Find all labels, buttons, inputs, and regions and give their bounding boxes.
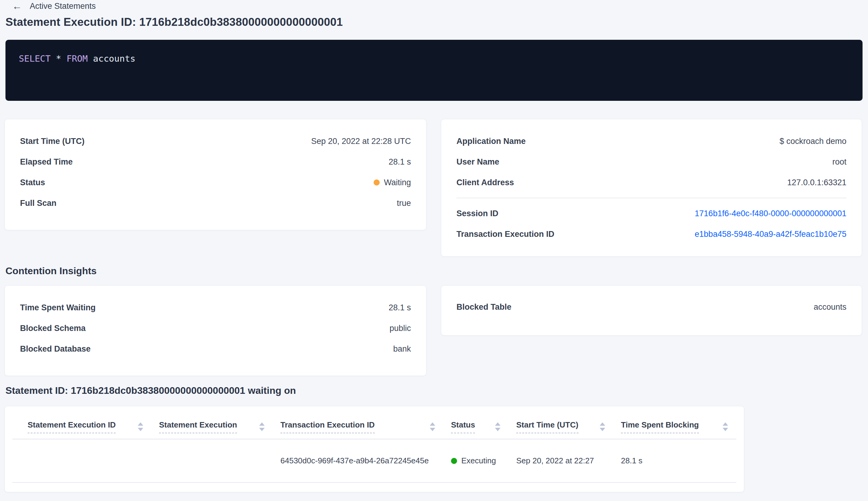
sql-statement-box: SELECT * FROM accounts [6,40,862,101]
elapsed-time-row: Elapsed Time 28.1 s [20,151,411,172]
waiting-on-heading: Statement ID: 1716b218dc0b38380000000000… [6,385,296,396]
full-scan-value: true [397,199,411,208]
status-waiting-dot-icon [373,180,380,185]
blocked-schema-value: public [389,324,411,333]
client-address-row: Client Address 127.0.0.1:63321 [456,172,846,193]
sql-star: * [51,53,66,64]
cell-status: Executing [451,456,516,466]
blocked-database-row: Blocked Database bank [20,339,411,359]
blocked-table-label: Blocked Table [456,302,511,312]
table-row-separator [12,482,736,483]
sql-keyword-from: FROM [66,53,88,64]
blocked-schema-row: Blocked Schema public [20,318,411,339]
sort-icon[interactable] [259,422,265,431]
sort-icon[interactable] [723,422,728,431]
full-scan-label: Full Scan [20,199,56,208]
sql-table-name: accounts [88,53,135,64]
transaction-execution-id-link[interactable]: e1bba458-5948-40a9-a42f-5feac1b10e75 [695,230,846,239]
time-spent-waiting-row: Time Spent Waiting 28.1 s [20,297,411,318]
table-row: 64530d0c-969f-437e-a9b4-26a72245e45e Exe… [5,439,744,482]
waiting-on-table-card: Statement Execution ID Statement Executi… [4,406,744,492]
cell-time-spent-blocking: 28.1 s [621,456,744,466]
statement-overview-card: Start Time (UTC) Sep 20, 2022 at 22:28 U… [4,119,426,230]
blocked-database-value: bank [393,344,411,354]
time-spent-waiting-label: Time Spent Waiting [20,303,96,312]
column-header-status[interactable]: Status [451,420,516,433]
client-address-label: Client Address [456,178,514,187]
column-header-start-time[interactable]: Start Time (UTC) [516,420,621,433]
contention-details-card: Time Spent Waiting 28.1 s Blocked Schema… [4,285,426,376]
column-header-statement-execution[interactable]: Statement Execution [159,420,280,433]
card-divider [456,198,846,198]
breadcrumb-label: Active Statements [30,1,96,11]
page-title: Statement Execution ID: 1716b218dc0b3838… [6,16,343,29]
sql-keyword-select: SELECT [19,53,51,64]
column-header-transaction-execution-id[interactable]: Transaction Execution ID [280,420,451,433]
breadcrumb-back-link[interactable]: ← Active Statements [12,1,96,11]
sort-icon[interactable] [138,422,143,431]
application-name-value: $ cockroach demo [779,137,846,146]
client-address-value: 127.0.0.1:63321 [787,178,846,187]
status-row: Status Waiting [20,172,411,193]
session-id-row: Session ID 1716b1f6-4e0c-f480-0000-00000… [456,203,846,224]
blocked-database-label: Blocked Database [20,344,91,354]
start-time-label: Start Time (UTC) [20,137,85,146]
full-scan-row: Full Scan true [20,193,411,213]
sort-icon[interactable] [495,422,500,431]
cell-transaction-execution-id: 64530d0c-969f-437e-a9b4-26a72245e45e [280,456,451,466]
application-name-label: Application Name [456,137,526,146]
blocked-schema-label: Blocked Schema [20,324,86,333]
start-time-value: Sep 20, 2022 at 22:28 UTC [311,137,411,146]
session-overview-card: Application Name $ cockroach demo User N… [441,119,862,257]
blocked-table-card: Blocked Table accounts [441,285,862,335]
user-name-row: User Name root [456,151,846,172]
contention-insights-heading: Contention Insights [6,265,97,277]
column-header-statement-execution-id[interactable]: Statement Execution ID [28,420,159,433]
table-header-row: Statement Execution ID Statement Executi… [5,406,744,433]
status-executing-dot-icon [451,458,457,464]
transaction-execution-id-row: Transaction Execution ID e1bba458-5948-4… [456,224,846,244]
elapsed-time-value: 28.1 s [389,157,411,167]
sort-icon[interactable] [430,422,435,431]
blocked-table-value: accounts [814,302,846,312]
user-name-label: User Name [456,157,499,167]
user-name-value: root [832,157,846,167]
status-value: Waiting [384,178,411,187]
elapsed-time-label: Elapsed Time [20,157,73,167]
application-name-row: Application Name $ cockroach demo [456,131,846,151]
transaction-execution-id-label: Transaction Execution ID [456,230,554,239]
cell-start-time: Sep 20, 2022 at 22:27 [516,456,621,466]
arrow-left-icon: ← [12,1,22,11]
blocked-table-row: Blocked Table accounts [456,297,846,317]
sort-icon[interactable] [600,422,605,431]
status-label: Status [20,178,45,187]
session-id-label: Session ID [456,209,498,218]
start-time-row: Start Time (UTC) Sep 20, 2022 at 22:28 U… [20,131,411,151]
time-spent-waiting-value: 28.1 s [389,303,411,312]
session-id-link[interactable]: 1716b1f6-4e0c-f480-0000-000000000001 [695,209,846,218]
column-header-time-spent-blocking[interactable]: Time Spent Blocking [621,420,744,433]
